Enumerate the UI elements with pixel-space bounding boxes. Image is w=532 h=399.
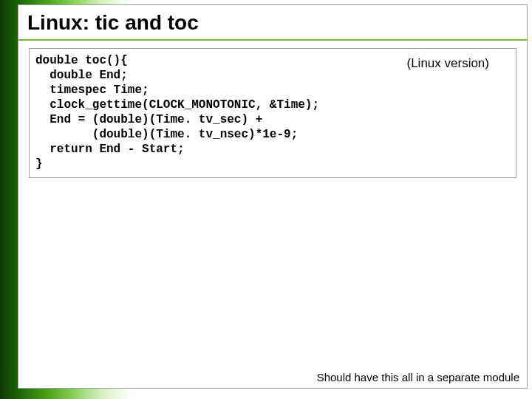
footer-note: Should have this all in a separate modul… [317, 371, 519, 383]
slide-frame: Linux: tic and toc (Linux version) doubl… [18, 4, 528, 389]
slide-title: Linux: tic and toc [18, 5, 527, 41]
code-annotation: (Linux version) [407, 56, 490, 71]
code-box: (Linux version) double toc(){ double End… [29, 48, 516, 178]
code-listing: double toc(){ double End; timespec Time;… [35, 53, 510, 171]
